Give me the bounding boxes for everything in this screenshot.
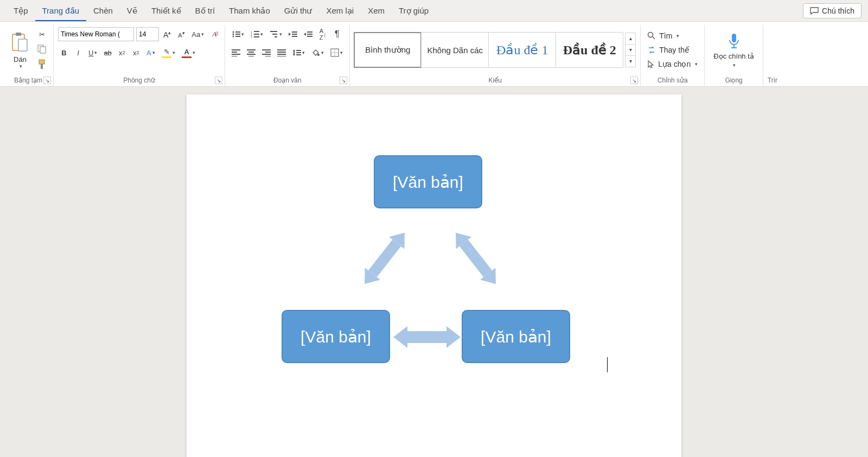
svg-rect-16 (254, 34, 259, 35)
paste-button[interactable]: Dán ▾ (8, 29, 33, 71)
comments-button[interactable]: Chú thích (803, 3, 861, 18)
dictate-button[interactable]: Đọc chính tả▾ (709, 33, 758, 68)
font-size-select[interactable] (136, 27, 159, 41)
bold-button[interactable]: B (58, 46, 70, 60)
italic-button[interactable]: I (72, 46, 84, 60)
tab-home[interactable]: Trang đầu (35, 1, 86, 21)
tab-help[interactable]: Trợ giúp (392, 1, 436, 21)
tab-view[interactable]: Xem (361, 1, 392, 21)
document-workarea[interactable]: [Văn bản] [Văn bản] [Văn bản] (0, 87, 868, 457)
style-normal[interactable]: Bình thường (354, 32, 422, 68)
tab-draw[interactable]: Vẽ (120, 1, 144, 21)
find-label: Tìm (659, 31, 672, 40)
highlight-button[interactable]: ✎▾ (159, 46, 177, 60)
borders-button[interactable]: ▾ (328, 46, 345, 60)
cut-button[interactable]: ✂ (37, 28, 47, 41)
find-button[interactable]: Tìm▾ (645, 30, 700, 41)
style-no-spacing[interactable]: Không Dãn các (421, 32, 489, 68)
subscript-button[interactable]: x2 (116, 46, 128, 60)
svg-rect-1 (16, 33, 21, 36)
multilevel-icon (270, 30, 278, 38)
style-expand[interactable]: ▾ (625, 55, 636, 67)
sort-button[interactable]: AZ↓ (317, 27, 329, 41)
tab-references[interactable]: Tham khảo (222, 1, 277, 21)
svg-point-48 (317, 54, 320, 56)
multilevel-button[interactable]: ▾ (267, 27, 284, 41)
styles-launcher[interactable]: ↘ (630, 77, 638, 84)
format-painter-button[interactable] (35, 57, 49, 72)
microphone-icon (727, 33, 741, 50)
comments-label: Chú thích (822, 7, 854, 15)
align-right-button[interactable] (260, 46, 273, 60)
group-styles: Bình thườngKhông Dãn cácĐầu đề 1Đầu đề 2… (352, 25, 641, 86)
style-scroll-up[interactable]: ▴ (625, 33, 636, 45)
svg-rect-34 (247, 54, 256, 55)
svg-rect-31 (232, 56, 237, 56)
change-case-button[interactable]: Aa▾ (189, 27, 206, 41)
text-effects-button[interactable]: A▾ (144, 46, 157, 60)
align-center-button[interactable] (245, 46, 258, 60)
svg-rect-35 (248, 56, 254, 56)
copy-button[interactable] (35, 42, 49, 56)
line-spacing-button[interactable]: ▾ (290, 46, 307, 60)
show-marks-button[interactable]: ¶ (331, 27, 343, 41)
group-label-styles: Kiểu ↘ (354, 75, 636, 86)
diagram-arrow-left (352, 220, 417, 296)
clipboard-launcher[interactable]: ↘ (43, 77, 51, 84)
align-left-button[interactable] (229, 46, 242, 60)
style-heading-1[interactable]: Đầu đề 1 (488, 32, 556, 68)
group-label-voice: Giọng (709, 75, 758, 86)
strikethrough-button[interactable]: ab (101, 46, 113, 60)
tab-mailings[interactable]: Gửi thư (277, 1, 320, 21)
paragraph-launcher[interactable]: ↘ (340, 77, 347, 84)
superscript-button[interactable]: x2 (130, 46, 142, 60)
tab-review[interactable]: Xem lại (319, 1, 361, 21)
tab-layout[interactable]: Bố trí (188, 1, 222, 21)
select-button[interactable]: Lựa chọn▾ (645, 59, 700, 69)
font-color-button[interactable]: A▾ (180, 46, 197, 60)
dictate-label: Đọc chính tả (713, 52, 754, 60)
shrink-font-button[interactable]: A▾ (175, 27, 187, 41)
indent-icon (304, 30, 312, 38)
group-voice: Đọc chính tả▾ Giọng (707, 25, 763, 86)
group-label-editing: Chỉnh sửa (645, 75, 700, 86)
replace-button[interactable]: Thay thế (645, 45, 700, 55)
diagram-node-left[interactable]: [Văn bản] (282, 310, 390, 363)
diagram-arrow-right (443, 220, 508, 296)
diagram-node-right[interactable]: [Văn bản] (462, 310, 570, 363)
shading-button[interactable]: ▾ (309, 46, 326, 60)
group-label-clipboard: Bảng tạm ↘ (8, 75, 49, 86)
tab-file[interactable]: Tệp (7, 1, 35, 21)
bullets-button[interactable]: ▾ (229, 27, 246, 41)
decrease-indent-button[interactable] (286, 27, 299, 41)
svg-rect-47 (296, 54, 301, 55)
tab-design[interactable]: Thiết kế (144, 1, 188, 21)
svg-rect-33 (248, 52, 254, 53)
underline-button[interactable]: U▾ (86, 46, 99, 60)
svg-marker-65 (446, 326, 461, 348)
increase-indent-button[interactable] (302, 27, 315, 41)
numbering-button[interactable]: 123▾ (248, 27, 265, 41)
diagram-node-top[interactable]: [Văn bản] (374, 155, 482, 208)
tab-insert[interactable]: Chèn (86, 1, 120, 21)
svg-rect-43 (277, 56, 286, 56)
svg-line-53 (653, 37, 655, 39)
svg-rect-22 (292, 31, 297, 33)
style-scroll-down[interactable]: ▾ (625, 44, 636, 56)
grow-font-button[interactable]: A▴ (161, 27, 173, 41)
smartart-cycle-diagram[interactable]: [Văn bản] [Văn bản] [Văn bản] (282, 155, 575, 378)
style-heading-2[interactable]: Đầu đề 2 (556, 32, 623, 68)
document-page[interactable]: [Văn bản] [Văn bản] [Văn bản] (187, 94, 681, 457)
diagram-arrow-bottom (392, 321, 462, 353)
svg-point-9 (233, 34, 234, 35)
clear-formatting-button[interactable]: A⍋ (208, 27, 220, 41)
search-icon (647, 31, 656, 40)
svg-text:3: 3 (251, 36, 252, 38)
svg-rect-29 (232, 52, 237, 53)
group-label-paragraph: Đoạn văn ↘ (229, 75, 345, 86)
font-launcher[interactable]: ↘ (215, 77, 222, 84)
group-label-font: Phông chữ ↘ (58, 75, 220, 86)
justify-button[interactable] (275, 46, 288, 60)
brush-icon (37, 59, 47, 70)
font-family-select[interactable] (58, 27, 134, 41)
